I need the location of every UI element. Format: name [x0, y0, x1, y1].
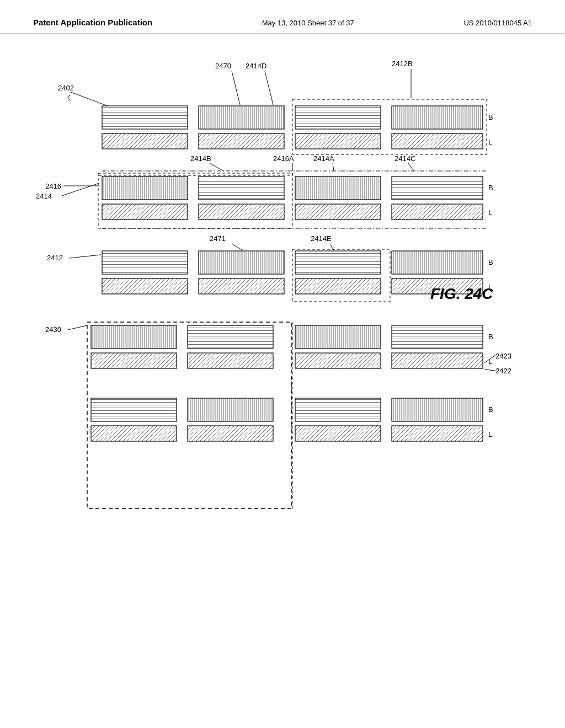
- svg-rect-69: [295, 353, 381, 368]
- label-2416: 2416: [45, 182, 61, 190]
- svg-line-24: [232, 71, 240, 105]
- svg-line-46: [62, 183, 99, 196]
- svg-line-60: [68, 325, 87, 330]
- label-2414E: 2414E: [311, 234, 332, 243]
- label-B-r1: B: [488, 113, 493, 121]
- svg-rect-18: [295, 106, 381, 129]
- svg-rect-42: [199, 204, 284, 220]
- svg-rect-20: [102, 133, 188, 149]
- svg-line-15: [71, 92, 108, 106]
- svg-rect-79: [295, 426, 381, 441]
- svg-rect-66: [392, 325, 483, 349]
- svg-line-29: [210, 163, 223, 171]
- svg-line-72: [484, 370, 495, 371]
- label-2416A: 2416A: [273, 154, 294, 163]
- svg-rect-65: [295, 325, 381, 349]
- page: Patent Application Publication May 13, 2…: [0, 0, 565, 728]
- diagram-area: 2402 B L 2470 2414D: [0, 34, 565, 707]
- diagram-svg: 2402 B L 2470 2414D: [0, 34, 565, 707]
- label-2412B: 2412B: [392, 60, 413, 68]
- svg-rect-55: [392, 251, 483, 274]
- svg-rect-37: [102, 176, 188, 200]
- label-2414: 2414: [36, 192, 52, 200]
- svg-rect-63: [91, 325, 177, 349]
- svg-line-49: [232, 244, 243, 250]
- label-B-r2: B: [488, 184, 493, 192]
- svg-line-25: [265, 71, 273, 105]
- figure-title: FIG. 24C: [430, 285, 493, 302]
- svg-rect-43: [295, 204, 381, 220]
- label-2470: 2470: [215, 62, 231, 70]
- svg-rect-16: [102, 106, 188, 129]
- label-2422: 2422: [495, 367, 511, 375]
- svg-rect-39: [295, 176, 381, 200]
- label-2414C: 2414C: [395, 154, 415, 163]
- svg-rect-77: [91, 426, 177, 441]
- svg-line-31: [333, 163, 334, 171]
- label-B-r3: B: [488, 258, 493, 266]
- svg-line-48: [69, 255, 101, 258]
- label-2402: 2402: [58, 84, 74, 92]
- svg-rect-64: [188, 325, 273, 349]
- label-B-r5: B: [488, 405, 493, 414]
- svg-rect-22: [295, 133, 381, 149]
- label-2414A: 2414A: [313, 154, 334, 163]
- svg-rect-33: [98, 173, 292, 175]
- svg-rect-41: [102, 204, 188, 220]
- label-L-r1: L: [488, 138, 492, 146]
- page-header: Patent Application Publication May 13, 2…: [0, 0, 565, 34]
- label-2430: 2430: [45, 325, 61, 334]
- svg-rect-73: [91, 398, 177, 421]
- label-B-r4: B: [488, 333, 493, 341]
- svg-rect-54: [295, 251, 381, 274]
- patent-number: US 2010/0118045 A1: [463, 19, 532, 27]
- svg-rect-52: [102, 251, 188, 274]
- label-2471: 2471: [210, 234, 226, 243]
- label-2423: 2423: [495, 352, 511, 360]
- svg-rect-21: [199, 133, 284, 149]
- label-L-r2: L: [488, 208, 492, 217]
- svg-rect-17: [199, 106, 284, 129]
- svg-rect-70: [392, 353, 483, 368]
- label-L-r5: L: [488, 430, 492, 438]
- svg-line-32: [408, 163, 414, 171]
- svg-rect-80: [392, 426, 483, 441]
- svg-rect-68: [188, 353, 273, 368]
- label-2414D: 2414D: [246, 62, 266, 70]
- svg-rect-67: [91, 353, 177, 368]
- svg-rect-19: [392, 106, 483, 129]
- svg-rect-23: [392, 133, 483, 149]
- svg-rect-40: [392, 176, 483, 200]
- label-2414B: 2414B: [190, 154, 211, 163]
- svg-rect-53: [199, 251, 284, 274]
- label-2412: 2412: [47, 254, 63, 262]
- sheet-info: May 13, 2010 Sheet 37 of 37: [262, 19, 354, 27]
- svg-rect-75: [295, 398, 381, 421]
- svg-rect-44: [392, 204, 483, 220]
- publication-label: Patent Application Publication: [33, 18, 152, 27]
- svg-rect-78: [188, 426, 273, 441]
- svg-rect-74: [188, 398, 273, 421]
- svg-rect-76: [392, 398, 483, 421]
- svg-rect-56: [102, 279, 188, 294]
- svg-rect-58: [295, 279, 381, 294]
- svg-rect-38: [199, 176, 284, 200]
- svg-rect-57: [199, 279, 284, 294]
